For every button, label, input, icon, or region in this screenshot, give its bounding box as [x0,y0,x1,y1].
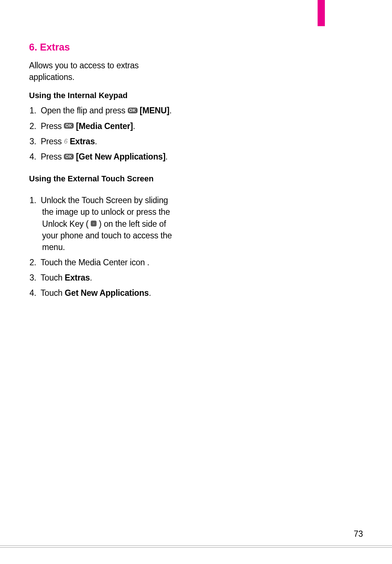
step-text: . [170,106,172,115]
list-item: 1. Unlock the Touch Screen by sliding th… [29,194,181,253]
subsection2-steps: 1. Unlock the Touch Screen by sliding th… [29,194,181,299]
step-number: 4. [29,151,36,162]
page-content: 6. Extras Allows you to access to extras… [29,42,181,310]
step-text: Touch the Media Center icon . [38,258,150,267]
list-item: 4. Press OK [Get New Applications]. [29,151,181,162]
step-text: Press [38,121,64,131]
list-item: 1. Open the flip and press OK [MENU]. [29,105,181,116]
list-item: 2. Touch the Media Center icon . [29,257,181,268]
accent-bar [318,0,325,26]
step-bold: Get New Applications [65,288,149,298]
section-intro: Allows you to access to extras applicati… [29,60,181,83]
step-text: . [149,288,151,298]
step-number: 3. [29,272,36,283]
step-text: Touch [38,288,65,298]
step-number: 2. [29,120,36,132]
step-bold: [MENU] [140,106,170,115]
step-number: 3. [29,136,36,147]
step-bold: Extras [68,137,95,146]
subsection1-title: Using the Internal Keypad [29,91,181,100]
ok-icon: OK [128,108,138,113]
list-item: 2. Press OK [Media Center]. [29,120,181,132]
step-number: 4. [29,287,36,299]
key-6-icon: 6 [64,137,68,146]
step-number: 1. [29,105,36,116]
ok-icon: OK [64,123,74,129]
section-title: 6. Extras [29,42,181,53]
step-text: Press [38,152,64,161]
step-bold: [Media Center] [74,121,133,131]
step-number: 2. [29,257,36,268]
footer-divider [0,545,392,548]
unlock-key-icon: ○ [91,221,97,226]
subsection2-title: Using the External Touch Screen [29,174,181,184]
list-item: 3. Touch Extras. [29,272,181,283]
page-number: 73 [354,529,363,539]
step-text: . [133,121,135,131]
step-bold: Extras [65,273,90,282]
subsection2: Using the External Touch Screen 1. Unloc… [29,174,181,299]
step-bold: [Get New Applications] [74,152,166,161]
subsection1-steps: 1. Open the flip and press OK [MENU]. 2.… [29,105,181,162]
list-item: 4. Touch Get New Applications. [29,287,181,299]
list-item: 3. Press 6 Extras. [29,136,181,147]
ok-icon: OK [64,154,74,160]
step-text: Touch [38,273,65,282]
step-text: Press [38,137,64,146]
step-number: 1. [29,194,36,206]
step-text: . [90,273,92,282]
step-text: . [166,152,168,161]
step-text: Open the flip and press [38,106,128,115]
step-text: . [95,137,97,146]
